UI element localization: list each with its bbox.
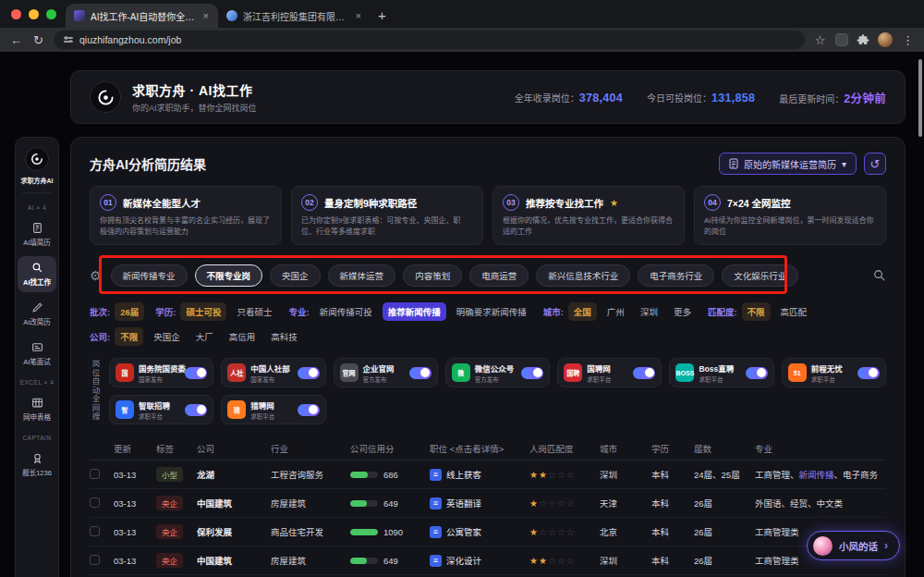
filter-option[interactable]: 全国 [568,302,597,321]
sidebar-item-apply-table[interactable]: 网申表格 [18,391,56,427]
filter-option[interactable]: 不限 [742,302,771,321]
tab-close-icon[interactable]: × [202,10,210,21]
filter-option[interactable]: 明确要求新闻传播 [451,302,532,321]
filters-section: 批次:26届 学历:硕士可投只看硕士 专业:新闻传播可投推荐新闻传播明确要求新闻… [90,302,886,346]
refresh-analysis-button[interactable]: ↺ [864,153,886,175]
filter-option[interactable]: 只看硕士 [231,302,277,321]
job-link[interactable]: ≡公寓管家 [430,525,526,538]
profile-avatar[interactable] [878,32,893,47]
cell-batch: 26届 [694,554,755,567]
filter-label: 批次: [90,305,110,318]
filter-label: 公司: [90,330,110,343]
tab-active[interactable]: AI找工作-AI自动替你全网找工... × [66,4,218,28]
platform-toggle[interactable] [857,367,880,379]
tab-inactive[interactable]: 浙江吉利控股集团有限公司 - 校... × [218,4,371,28]
filter-label: 城市: [543,305,564,318]
row-checkbox[interactable] [90,497,100,508]
platform-sub-label: 国家发布 [250,374,290,384]
sidebar-item-find-job[interactable]: AI找工作 [18,256,56,292]
card-number-badge: 04 [704,194,721,211]
card-title: 推荐按专业找工作 [526,196,603,210]
assistant-avatar [813,536,833,556]
window-zoom-button[interactable] [46,9,56,19]
filter-option[interactable]: 硕士可投 [180,302,226,321]
extension-icon[interactable] [835,33,848,46]
window-minimize-button[interactable] [29,9,39,19]
gear-icon[interactable]: ⚙ [90,268,102,283]
chip-any-major[interactable]: 不限专业岗 [195,264,263,287]
job-link[interactable]: ≡英语翻译 [430,497,526,509]
filter-option[interactable]: 高匹配 [775,302,813,321]
row-checkbox[interactable] [90,469,100,479]
address-bar[interactable]: qiuzhifangzhou.com/job [54,31,805,49]
chip-soe[interactable]: 央国企 [270,264,321,287]
filter-option[interactable]: 央国企 [148,327,186,346]
table-row: 03-13 央企 保利发展 商品住宅开发 1090 ≡公寓管家 ★☆☆☆☆ 北京… [90,518,886,546]
chip-major-journalism[interactable]: 新闻传播专业 [111,264,188,287]
row-checkbox[interactable] [90,526,100,536]
credit-score: 1090 [383,527,403,537]
chip-it-industry[interactable]: 新兴信息技术行业 [536,264,630,287]
platform-toggle[interactable] [521,367,543,379]
row-checkbox[interactable] [90,555,100,565]
filter-option[interactable]: 大厂 [190,327,219,346]
platform-toggle[interactable] [298,404,320,416]
cell-degree: 本科 [651,554,694,567]
cell-city: 深圳 [600,468,651,481]
sidebar-item-label: AI笔面试 [23,356,51,366]
sidebar-item-fill-resume[interactable]: AI填简历 [18,216,56,252]
chip-ecommerce-ops[interactable]: 电商运营 [469,264,529,287]
chip-content-planning[interactable]: 内容策划 [403,264,462,287]
credit-score: 686 [383,470,398,480]
page-scrollbar[interactable] [918,59,922,137]
reload-icon[interactable]: ↻ [31,34,45,46]
sidebar-item-captain[interactable]: 舰长1236 [18,447,56,483]
platform-sub-label: 求职平台 [699,374,734,384]
stat-value: 2分钟前 [844,92,886,105]
card-number-badge: 01 [100,194,116,211]
job-link[interactable]: ≡线上获客 [430,468,526,481]
filter-option-more[interactable]: 更多 [668,302,697,321]
filter-option[interactable]: 新闻传播可投 [314,302,378,321]
job-link[interactable]: ≡深化设计 [430,554,526,567]
filter-option[interactable]: 不限 [115,327,143,346]
back-icon[interactable]: ← [9,34,23,46]
bookmark-star-icon[interactable]: ☆ [813,34,827,46]
filter-option[interactable]: 深圳 [635,302,663,321]
col-major: 专业 [755,442,886,455]
resume-select-button[interactable]: 原始的新媒体运营简历 ▾ [719,153,857,175]
sidebar-item-label: AI改简历 [23,316,51,326]
filter-option[interactable]: 高科技 [265,327,303,346]
header-stats: 全年收录岗位：378,404 今日可投岗位：131,858 最后更新时间：2分钟… [515,89,886,106]
platform-toggle[interactable] [185,367,207,379]
extensions-puzzle-icon[interactable] [857,33,869,46]
cell-industry: 工程咨询服务 [271,468,350,481]
filter-option[interactable]: 高信用 [224,327,261,346]
platform-toggle[interactable] [298,367,320,379]
cell-company: 龙湖 [197,468,271,481]
page-body: 求职方舟 · AI找工作 你的AI求职助手，替你全网找岗位 全年收录岗位：378… [0,52,924,577]
filter-option[interactable]: 26届 [115,302,144,321]
filter-option[interactable]: 广州 [602,302,630,321]
sidebar-item-edit-resume[interactable]: AI改简历 [18,296,56,332]
platform-card-renshebu: 人社中国人社部国家发布 [221,358,325,387]
window-close-button[interactable] [11,9,21,19]
filter-option[interactable]: 推荐新闻传播 [383,302,446,321]
site-settings-icon[interactable] [64,37,73,42]
browser-menu-icon[interactable]: ⋮ [901,34,915,46]
tab-close-icon[interactable]: × [355,10,362,21]
platform-card-wechat: 微微信公众号官方发布 [445,358,550,387]
chip-ecommerce-industry[interactable]: 电子商务行业 [638,264,714,287]
new-tab-button[interactable]: + [378,7,386,23]
resume-button-label: 原始的新媒体运营简历 [744,157,836,171]
star-icon: ★ [610,198,618,208]
platform-toggle[interactable] [633,367,655,379]
platform-toggle[interactable] [746,367,768,379]
search-icon[interactable] [873,269,886,282]
chip-new-media-ops[interactable]: 新媒体运营 [328,264,396,287]
platform-toggle[interactable] [409,367,432,379]
chip-culture-industry[interactable]: 文化娱乐行业 [722,264,798,287]
assistant-chat-button[interactable]: 小凤的话 › [807,531,900,560]
platform-toggle[interactable] [185,404,207,416]
sidebar-item-interview[interactable]: AI笔面试 [18,336,56,372]
